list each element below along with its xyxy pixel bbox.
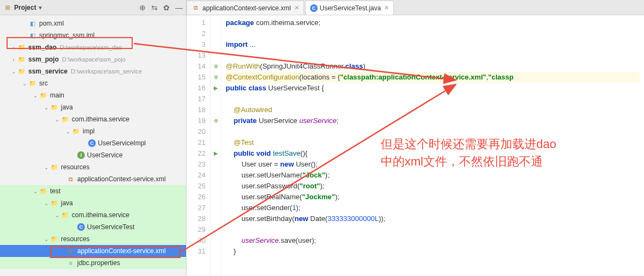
code-line[interactable]: private UserService userService; [226,115,640,126]
settings-icon[interactable]: ✿ [163,3,170,12]
chevron-icon[interactable]: ⌄ [53,212,61,218]
tree-item[interactable]: ⌄📁java [0,197,186,209]
code-line[interactable]: userService.save(user); [226,235,640,246]
folder-icon: 📁 [50,163,59,171]
chevron-icon[interactable]: › [10,57,17,63]
chevron-icon[interactable]: ⌄ [32,188,39,194]
code-line[interactable]: user.setPassword("root"); [226,181,640,192]
line-number: 16 [187,83,206,94]
chevron-icon[interactable]: ⌄ [42,236,50,242]
code-line[interactable]: public void testSave(){ [226,148,640,159]
chevron-icon[interactable]: ⌄ [53,116,61,122]
line-number: 2 [187,28,206,39]
editor-tab[interactable]: ⧉applicationContext-service.xml✕ [187,1,304,15]
tree-item[interactable]: ⧉applicationContext-service.xml [0,173,186,185]
line-number: 30 [187,235,206,246]
tree-item-label: UserServiceImpl [98,139,146,147]
tree-item[interactable]: ⌄📁java [0,101,186,113]
close-icon[interactable]: ✕ [294,4,299,11]
chevron-icon[interactable]: ⌄ [42,164,50,170]
folder-green-icon: 📁 [50,199,59,207]
path-hint: D:\workspace\ssm_dao [60,44,122,51]
tree-item[interactable]: ⌄📁resources [0,233,186,245]
code-line[interactable] [226,28,640,39]
tree-item[interactable]: CUserServiceImpl [0,137,186,149]
code-editor[interactable]: 1231314151617181920212223242526272829303… [187,15,644,276]
editor-tab[interactable]: CUserServiceTest.java✕ [305,1,394,15]
gutter-marker [210,105,221,115]
gutter-marker[interactable]: ▶ [210,148,221,159]
folder-icon: 📁 [50,235,59,243]
module-icon: ◧ [28,31,37,40]
tree-item[interactable]: ◧pom.xml [0,17,186,29]
tree-item[interactable]: ⌄📁com.itheima.service [0,209,186,221]
code-line[interactable]: public class UserServiceTest { [226,83,640,94]
locate-icon[interactable]: ⊕ [139,3,146,12]
tree-item[interactable]: ⌄📁resources [0,161,186,173]
class-c-icon: C [77,223,85,231]
tree-item[interactable]: ◧springmvc_ssm.iml [0,29,186,41]
code-line[interactable] [226,94,640,105]
gutter-marker[interactable]: ⊕ [210,72,221,83]
project-dropdown[interactable]: ▾ [39,4,42,11]
tree-item[interactable]: ⌄📁test [0,185,186,197]
code-content[interactable]: package com.itheima.service; import ... … [221,15,644,276]
tree-item-label: ssm_dao [28,44,57,51]
gutter-marker[interactable]: ⊕ [210,115,221,126]
tree-item[interactable]: ›📁ssm_daoD:\workspace\ssm_dao [0,41,186,53]
folder-icon: 📁 [72,127,81,136]
code-line[interactable]: user.setRealName("Jockme"); [226,192,640,203]
class-c-icon: C [310,4,318,12]
code-line[interactable]: @Test [226,137,640,148]
tree-item[interactable]: ⌄📁main [0,89,186,101]
code-line[interactable]: } [226,246,640,257]
tree-item[interactable]: ⌄📁ssm_serviceD:\workspace\ssm_service [0,65,186,77]
gutter-marker [210,126,221,137]
gutter-marker[interactable]: ⊕ [210,61,221,72]
chevron-icon[interactable]: ⌄ [21,81,28,87]
code-line[interactable] [226,126,640,137]
code-line[interactable]: user.setGender(1); [226,203,640,213]
line-number: 26 [187,192,206,203]
chevron-icon[interactable]: ⌄ [10,69,17,75]
hide-icon[interactable]: — [175,3,183,12]
code-line[interactable] [226,50,640,61]
gutter-marker[interactable]: ▶ [210,83,221,94]
code-line[interactable]: @RunWith(SpringJUnit4ClassRunner.class) [226,61,640,72]
tree-item[interactable]: ⧉applicationContext-service.xml [0,245,186,257]
project-tree[interactable]: ◧pom.xml◧springmvc_ssm.iml›📁ssm_daoD:\wo… [0,15,186,276]
code-line[interactable]: package com.itheima.service; [226,17,640,28]
editor-tabs: ⧉applicationContext-service.xml✕CUserSer… [187,0,644,15]
expand-icon[interactable]: ⇆ [151,3,158,12]
tree-item[interactable]: ≡jdbc.properties [0,257,186,269]
close-icon[interactable]: ✕ [384,4,389,11]
chevron-icon[interactable]: › [10,45,17,51]
code-line[interactable]: import ... [226,39,640,50]
code-line[interactable]: User user = new User(); [226,159,640,170]
tree-item[interactable]: ⌄📁src [0,77,186,89]
line-number: 24 [187,170,206,181]
gutter-marker [210,137,221,148]
code-line[interactable]: @Autowired [226,105,640,115]
gutter-marker [210,192,221,203]
code-line[interactable]: user.setBirthday(new Date(333333000000L)… [226,213,640,224]
tree-item[interactable]: ⌄📁impl [0,125,186,137]
tree-item-label: resources [61,235,90,243]
code-line[interactable]: @ContextConfiguration(locations = {"clas… [226,72,640,83]
code-line[interactable] [226,224,640,235]
tree-item[interactable]: IUserService [0,149,186,161]
tree-item-label: src [39,79,48,87]
tree-item[interactable]: ›📁ssm_pojoD:\workspace\ssm_pojo [0,53,186,65]
chevron-icon[interactable]: ⌄ [42,105,50,111]
line-number: 19 [187,115,206,126]
tree-item[interactable]: CUserServiceTest [0,221,186,233]
folder-icon: 📁 [17,55,26,64]
code-line[interactable]: user.setUserName("Jock"); [226,170,640,181]
tree-item[interactable]: ⌄📁com.itheima.service [0,113,186,125]
marker-column: ⊕⊕▶ ⊕ ▶ [210,15,221,276]
chevron-icon[interactable]: ⌄ [64,128,72,134]
chevron-icon[interactable]: ⌄ [32,93,39,99]
tree-item-label: UserServiceTest [87,223,134,231]
chevron-icon[interactable]: ⌄ [42,200,50,206]
line-number: 3 [187,39,206,50]
